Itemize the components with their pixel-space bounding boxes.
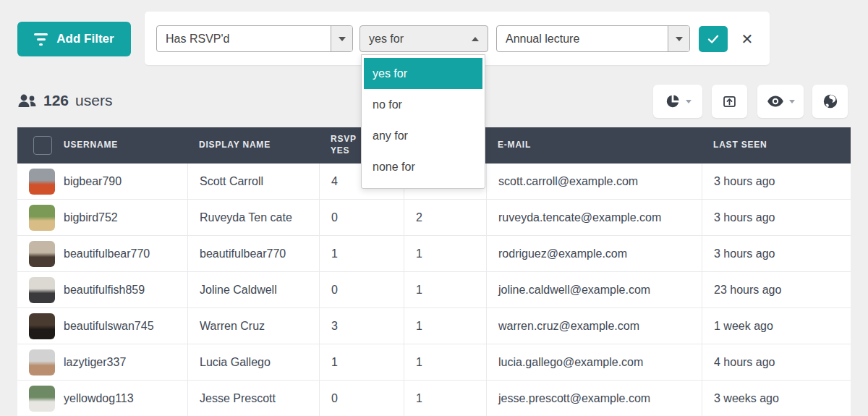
username-cell: beautifulbear770 (64, 247, 150, 260)
rsvp-other-cell: 1 (404, 236, 486, 271)
avatar (29, 386, 55, 412)
table-row[interactable]: yellowdog113 Jesse Prescott 0 1 jesse.pr… (17, 381, 851, 416)
chevron-down-icon (676, 37, 683, 41)
email-cell: lucia.gallego@example.com (486, 344, 702, 380)
rsvp-yes-cell: 1 (319, 236, 404, 271)
email-cell: ruveyda.tencate@example.com (486, 200, 702, 235)
username-cell: beautifulfish859 (64, 284, 145, 297)
table-row[interactable]: lazytiger337 Lucia Gallego 1 1 lucia.gal… (17, 344, 851, 381)
username-cell: yellowdog113 (64, 392, 134, 405)
dropdown-option-yes-for[interactable]: yes for (364, 58, 482, 89)
email-cell: rodriguez@example.com (486, 236, 702, 271)
globe-button[interactable] (812, 85, 848, 118)
value-select-arrow (668, 26, 689, 51)
filter-field-value: Has RSVP'd (157, 33, 331, 46)
apply-filter-button[interactable] (699, 26, 728, 52)
add-filter-button[interactable]: Add Filter (17, 22, 131, 56)
email-cell: scott.carroll@example.com (486, 164, 702, 199)
last-seen-cell: 3 hours ago (702, 236, 851, 271)
chart-menu-button[interactable] (653, 85, 702, 118)
display-name-cell: Jesse Prescott (187, 381, 319, 416)
column-label: USERNAME (64, 140, 118, 151)
rsvp-yes-cell: 0 (319, 381, 404, 416)
rsvp-other-cell: 1 (404, 344, 486, 380)
avatar (29, 169, 55, 195)
operator-select-arrow (463, 37, 488, 41)
dropdown-option-no-for[interactable]: no for (364, 89, 482, 120)
display-name-cell: Lucia Gallego (187, 344, 319, 380)
email-cell: warren.cruz@example.com (486, 308, 702, 344)
username-cell: bigbird752 (64, 211, 118, 224)
chevron-down-icon (789, 100, 795, 103)
last-seen-cell: 23 hours ago (702, 272, 851, 307)
display-name-cell: Joline Caldwell (187, 272, 319, 307)
visibility-menu-button[interactable] (757, 85, 804, 118)
display-name-cell: Scott Carroll (187, 164, 319, 199)
rsvp-other-cell: 1 (404, 381, 486, 416)
users-icon (17, 93, 37, 108)
rsvp-yes-cell: 0 (319, 272, 404, 307)
display-name-cell: beautifulbear770 (187, 236, 319, 271)
rsvp-yes-cell: 0 (319, 200, 404, 235)
email-cell: jesse.prescott@example.com (486, 381, 702, 416)
last-seen-cell: 3 hours ago (702, 164, 851, 199)
table-row[interactable]: beautifulbear770 beautifulbear770 1 1 ro… (17, 236, 851, 272)
table-row[interactable]: beautifulswan745 Warren Cruz 3 1 warren.… (17, 308, 851, 344)
add-filter-label: Add Filter (56, 32, 114, 46)
table-header-last-seen: LAST SEEN (702, 140, 851, 151)
filter-value-select[interactable]: Annual lecture (496, 25, 690, 52)
avatar (29, 349, 55, 375)
dropdown-option-none-for[interactable]: none for (364, 151, 482, 182)
rsvp-other-cell: 1 (404, 308, 486, 344)
field-select-arrow (331, 26, 352, 51)
chevron-up-icon (472, 37, 479, 41)
last-seen-cell: 4 hours ago (702, 344, 851, 380)
remove-filter-button[interactable]: ✕ (732, 26, 762, 52)
display-name-cell: Ruveyda Ten cate (187, 200, 319, 235)
last-seen-cell: 1 week ago (702, 308, 851, 344)
pie-chart-icon (665, 93, 681, 109)
last-seen-cell: 3 weeks ago (702, 381, 851, 416)
column-label: E-MAIL (498, 140, 531, 151)
filter-operator-select[interactable]: yes for (359, 25, 488, 52)
email-cell: joline.caldwell@example.com (486, 272, 702, 307)
table-row[interactable]: bigbird752 Ruveyda Ten cate 0 2 ruveyda.… (17, 200, 851, 236)
user-count: 126 (43, 92, 69, 109)
last-seen-cell: 3 hours ago (702, 200, 851, 235)
table-header-email: E-MAIL (486, 140, 702, 151)
filter-operator-value: yes for (360, 33, 463, 46)
export-icon (722, 94, 737, 109)
username-cell: lazytiger337 (64, 356, 126, 369)
username-cell: beautifulswan745 (64, 320, 154, 333)
eye-icon (767, 95, 784, 108)
rsvp-yes-cell: 3 (319, 308, 404, 344)
column-label: DISPLAY NAME (199, 140, 271, 151)
rsvp-other-cell: 1 (404, 272, 486, 307)
table-header-display-name: DISPLAY NAME (187, 140, 319, 151)
chevron-down-icon (339, 37, 346, 41)
globe-icon (822, 93, 838, 109)
table-header-username: USERNAME (17, 136, 187, 155)
check-icon (706, 32, 720, 46)
close-icon: ✕ (741, 31, 754, 47)
user-count-label: users (75, 92, 112, 109)
username-cell: bigbear790 (64, 175, 122, 188)
filter-icon (34, 33, 48, 46)
filter-value-value: Annual lecture (497, 33, 668, 46)
table-row[interactable]: beautifulfish859 Joline Caldwell 0 1 jol… (17, 272, 851, 308)
display-name-cell: Warren Cruz (187, 308, 319, 344)
user-count-summary: 126 users (17, 90, 112, 111)
select-all-checkbox[interactable] (33, 136, 52, 155)
avatar (29, 313, 55, 339)
filter-field-select[interactable]: Has RSVP'd (156, 25, 353, 52)
export-button[interactable] (712, 85, 747, 118)
avatar (29, 277, 55, 303)
rsvp-yes-cell: 1 (319, 344, 404, 380)
avatar (29, 205, 55, 231)
operator-dropdown-menu: yes forno forany fornone for (361, 54, 485, 189)
table-body: bigbear790 Scott Carroll 4 2 scott.carro… (17, 164, 851, 416)
chevron-down-icon (686, 100, 692, 103)
rsvp-other-cell: 2 (404, 200, 486, 235)
dropdown-option-any-for[interactable]: any for (364, 120, 482, 151)
column-label: LAST SEEN (713, 140, 767, 151)
